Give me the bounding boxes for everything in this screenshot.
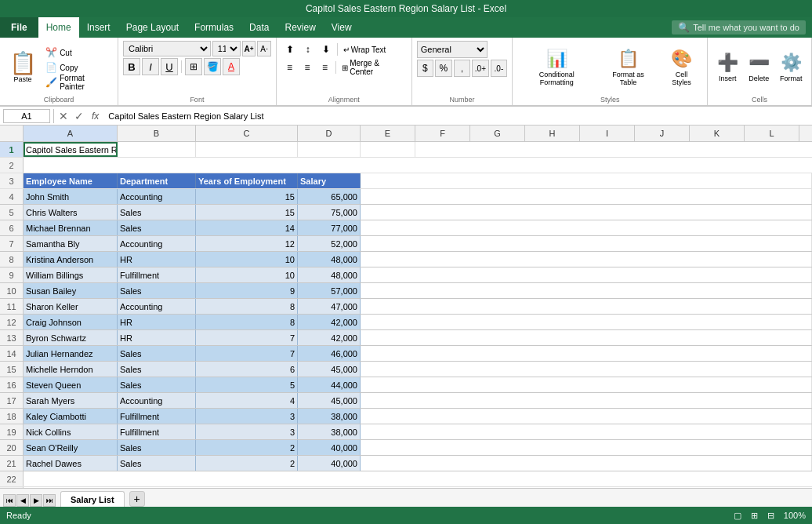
cell-salary[interactable]: 40,000 [298,456,361,471]
cell-salary[interactable]: 38,000 [298,424,361,439]
cell-empty[interactable] [361,267,812,282]
cell-salary[interactable]: 48,000 [298,252,361,267]
cell-years[interactable]: 3 [196,409,298,424]
cell-name[interactable]: William Billings [24,267,118,282]
cell-name[interactable]: Michael Brennan [24,220,118,235]
cell-salary[interactable]: 42,000 [298,315,361,329]
col-header-j[interactable]: J [635,126,690,141]
format-button[interactable]: ⚙️ Format [775,45,807,90]
merge-center-button[interactable]: ⊞ Merge & Center [339,59,407,76]
cell-name[interactable]: Craig Johnson [24,315,118,329]
formula-input[interactable]: Capitol Sales Eastern Region Salary List [105,111,809,121]
cell-salary[interactable]: 52,000 [298,236,361,251]
cell-empty[interactable] [361,393,812,408]
cell-name[interactable]: Julian Hernandez [24,346,118,361]
cell-salary[interactable]: 40,000 [298,440,361,455]
cell-dept[interactable]: Fulfillment [118,424,196,439]
menu-formulas[interactable]: Formulas [187,19,241,36]
underline-button[interactable]: U [161,58,178,75]
cell-empty[interactable] [361,346,812,361]
cell-salary[interactable]: 45,000 [298,393,361,408]
cell-name[interactable]: Kristina Anderson [24,252,118,267]
cell-empty[interactable] [361,189,812,204]
cell-salary[interactable]: 48,000 [298,267,361,282]
cell-name[interactable]: Sean O'Reilly [24,440,118,455]
cell-years[interactable]: 4 [196,393,298,408]
decrease-font-size-button[interactable]: A- [257,41,271,56]
cell-name[interactable]: Susan Bailey [24,283,118,298]
cell-name[interactable]: Byron Schwartz [24,330,118,345]
sheet-tab-salary-list[interactable]: Salary List [60,491,125,503]
col-header-b[interactable]: B [118,126,196,141]
col-header-k[interactable]: K [690,126,745,141]
insert-button[interactable]: ➕ Insert [712,45,742,90]
cell-empty[interactable] [361,205,812,220]
cell-styles-button[interactable]: 🎨 Cell Styles [661,45,702,90]
wrap-text-button[interactable]: ↵ Wrap Text [340,41,390,58]
cell-years[interactable]: 10 [196,267,298,282]
cell-dept[interactable]: HR [118,252,196,267]
number-format-select[interactable]: General [417,41,488,58]
cell-years[interactable]: 8 [196,315,298,329]
cell-name[interactable]: John Smith [24,189,118,204]
cell-years[interactable]: 3 [196,424,298,439]
cell-dept[interactable]: Fulfillment [118,267,196,282]
col-header-l[interactable]: L [745,126,799,141]
cell-d1[interactable] [298,142,361,157]
menu-view[interactable]: View [324,19,360,36]
cell-a1[interactable]: Capitol Sales Eastern Region Salary List [24,142,118,157]
cell-salary[interactable]: 46,000 [298,346,361,361]
cell-b3[interactable]: Department [118,173,196,188]
cell-empty[interactable] [361,377,812,392]
cell-name[interactable]: Steven Queen [24,377,118,392]
cell-a3[interactable]: Employee Name [24,173,118,188]
cancel-formula-icon[interactable]: ✕ [57,110,70,122]
cell-years[interactable]: 14 [196,220,298,235]
col-header-m[interactable]: M [799,126,812,141]
align-center-button[interactable]: ≡ [299,59,315,76]
cell-empty[interactable] [361,362,812,377]
cell-dept[interactable]: Accounting [118,393,196,408]
cell-name[interactable]: Samantha Bly [24,236,118,251]
col-header-f[interactable]: F [415,126,470,141]
cell-salary[interactable]: 65,000 [298,189,361,204]
increase-decimal-button[interactable]: .0+ [472,60,488,77]
cell-dept[interactable]: Fulfillment [118,409,196,424]
cell-d3[interactable]: Salary [298,173,361,188]
menu-data[interactable]: Data [241,19,277,36]
cell-name[interactable]: Nick Collins [24,424,118,439]
align-left-button[interactable]: ≡ [281,59,298,76]
cell-name[interactable]: Chris Walters [24,205,118,220]
align-right-button[interactable]: ≡ [317,59,333,76]
cell-name[interactable]: Sharon Keller [24,299,118,314]
cell-name[interactable]: Michelle Herndon [24,362,118,377]
cell-empty[interactable] [361,315,812,329]
paste-button[interactable]: 📋 Paste [5,41,41,94]
cell-dept[interactable]: Sales [118,362,196,377]
menu-insert[interactable]: Insert [79,19,118,36]
align-bottom-button[interactable]: ⬇ [317,41,335,58]
cut-button[interactable]: ✂️ Cut [42,45,113,60]
font-select[interactable]: Calibri [123,41,211,56]
cell-empty[interactable] [361,456,812,471]
increase-font-size-button[interactable]: A+ [242,41,256,56]
cell-b1[interactable] [118,142,196,157]
bold-button[interactable]: B [123,58,140,75]
cell-dept[interactable]: Accounting [118,299,196,314]
cell-salary[interactable]: 57,000 [298,283,361,298]
cell-dept[interactable]: Sales [118,205,196,220]
cell-salary[interactable]: 47,000 [298,299,361,314]
cell-name[interactable]: Rachel Dawes [24,456,118,471]
cell-empty[interactable] [361,440,812,455]
sheet-nav-last[interactable]: ⏭ [43,494,56,503]
cell-years[interactable]: 2 [196,440,298,455]
cell-dept[interactable]: HR [118,315,196,329]
sheet-nav-first[interactable]: ⏮ [3,494,16,503]
conditional-formatting-button[interactable]: 📊 Conditional Formatting [517,45,596,90]
italic-button[interactable]: I [142,58,159,75]
cell-empty[interactable] [361,220,812,235]
col-header-h[interactable]: H [525,126,580,141]
percent-button[interactable]: % [435,60,451,77]
menu-page-layout[interactable]: Page Layout [118,19,187,36]
align-middle-button[interactable]: ↕ [299,41,317,58]
